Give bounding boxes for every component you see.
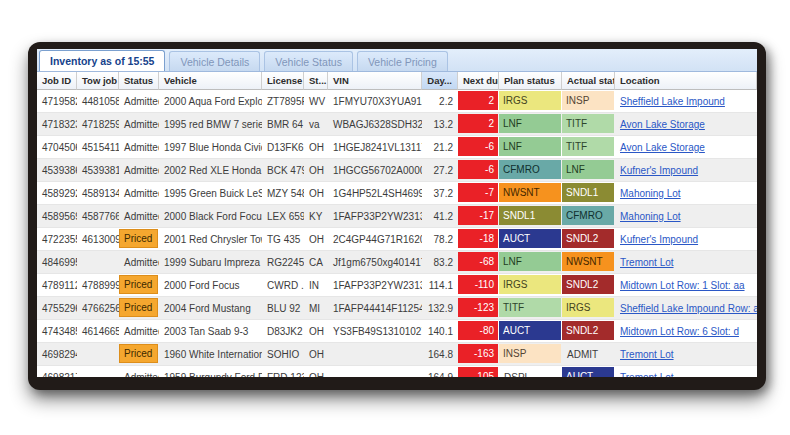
cell-location: Mahoning Lot [615, 182, 757, 204]
location-link[interactable]: Mahoning Lot [620, 188, 681, 199]
cell-plan-status: LNF [499, 136, 562, 158]
cell-tow-job-id: 4613009 [77, 228, 119, 250]
cell-location: Mahoning Lot [615, 205, 757, 227]
tab-vehicle-status[interactable]: Vehicle Status [264, 51, 353, 71]
table-row[interactable]: 4589292 4589134 Admitted 1995 Green Buic… [37, 182, 757, 205]
location-link[interactable]: Avon Lake Storage [620, 142, 705, 153]
table-row[interactable]: 4718323 4718259 Admitted 1995 red BMW 7 … [37, 113, 757, 136]
actual-status-chip: SNDL2 [562, 229, 614, 248]
plan-status-chip: SNDL1 [499, 206, 561, 225]
cell-next-due: -18 [458, 228, 499, 250]
cell-job-id: 4539386 [37, 159, 77, 181]
cell-days: 83.2 [422, 251, 458, 273]
cell-plan-status: IRGS [499, 274, 562, 296]
table-row[interactable]: 4846995 Admitted 1999 Subaru Impreza RG2… [37, 251, 757, 274]
cell-plan-status: INSP [499, 343, 562, 365]
cell-vehicle: 1995 Green Buick LeSabre [159, 182, 262, 204]
next-due-value: -7 [458, 183, 498, 202]
cell-plan-status: CFMRO [499, 159, 562, 181]
cell-next-due: -68 [458, 251, 499, 273]
next-due-value: -110 [458, 275, 498, 294]
tab-vehicle-details[interactable]: Vehicle Details [169, 51, 260, 71]
cell-status: Admitted [119, 136, 159, 158]
location-link[interactable]: Tremont Lot [620, 257, 674, 268]
column-header-location[interactable]: Location [615, 72, 757, 90]
cell-vehicle: 1959 Burgundy Ford F250... [159, 366, 262, 377]
cell-actual-status: SNDL1 [562, 182, 615, 204]
table-row[interactable]: 4589569 4587766 Admitted 2000 Black Ford… [37, 205, 757, 228]
cell-license: BLU 92 [262, 297, 304, 319]
cell-plan-status: LNF [499, 251, 562, 273]
cell-actual-status: SNDL2 [562, 320, 615, 342]
cell-days: 140.1 [422, 320, 458, 342]
column-header-plan-status[interactable]: Plan status [499, 72, 562, 90]
column-header-days[interactable]: Day... [422, 72, 458, 90]
inventory-table: Job ID Tow job ID Status Vehicle License… [37, 72, 757, 377]
table-row[interactable]: 4719582 4481058 Admitted 2000 Aqua Ford … [37, 90, 757, 113]
cell-tow-job-id: 4539381 [77, 159, 119, 181]
location-link[interactable]: Sheffield Lake Impound Row: a Slot: 12 [620, 303, 757, 314]
next-due-value: -105 [458, 367, 498, 377]
column-header-actual-status[interactable]: Actual status [562, 72, 615, 90]
cell-actual-status: SNDL2 [562, 274, 615, 296]
tab-inventory[interactable]: Inventory as of 15:55 [39, 50, 165, 71]
table-row[interactable]: 4704506 4515411 Admitted 1997 Blue Honda… [37, 136, 757, 159]
next-due-value: -80 [458, 321, 498, 340]
cell-state: CA [304, 251, 328, 273]
column-header-license[interactable]: License [262, 72, 304, 90]
cell-job-id: 4718323 [37, 113, 77, 135]
location-link[interactable]: Kufner's Impound [620, 165, 698, 176]
cell-tow-job-id [77, 251, 119, 273]
cell-vin: 1G4HP52L4SH469949 [328, 182, 422, 204]
cell-status: Admitted [119, 182, 159, 204]
location-link[interactable]: Midtown Lot Row: 1 Slot: aa [620, 280, 745, 291]
column-header-vin[interactable]: VIN [328, 72, 422, 90]
plan-status-chip: CFMRO [499, 160, 561, 179]
tab-vehicle-pricing[interactable]: Vehicle Pricing [357, 51, 448, 71]
location-link[interactable]: Midtown Lot Row: 6 Slot: d [620, 326, 739, 337]
cell-actual-status: TITF [562, 113, 615, 135]
table-row[interactable]: 4755296 4766256 Priced 2004 Ford Mustang… [37, 297, 757, 320]
actual-status-chip: SNDL2 [562, 321, 614, 340]
column-header-status[interactable]: Status [119, 72, 159, 90]
location-link[interactable]: Mahoning Lot [620, 211, 681, 222]
location-link[interactable]: Tremont Lot [620, 372, 674, 378]
cell-location: Kufner's Impound [615, 228, 757, 250]
cell-state: OH [304, 343, 328, 365]
cell-job-id: 4789112 [37, 274, 77, 296]
cell-vin: WBAGJ6328SDH32156 [328, 113, 422, 135]
cell-actual-status: SNDL2 [562, 228, 615, 250]
cell-plan-status: SNDL1 [499, 205, 562, 227]
table-row[interactable]: 4743485 4614665 Admitted 2003 Tan Saab 9… [37, 320, 757, 343]
cell-job-id: 4719582 [37, 90, 77, 112]
column-header-state[interactable]: St... [304, 72, 328, 90]
table-row[interactable]: 4789112 4788999 Priced 2000 Ford Focus C… [37, 274, 757, 297]
column-header-tow-job-id[interactable]: Tow job ID [77, 72, 119, 90]
cell-next-due: 2 [458, 90, 499, 112]
column-header-vehicle[interactable]: Vehicle [159, 72, 262, 90]
cell-next-due: -123 [458, 297, 499, 319]
table-row[interactable]: 4722355 4613009 Priced 2001 Red Chrysler… [37, 228, 757, 251]
cell-actual-status: ADMIT [562, 343, 615, 365]
location-link[interactable]: Tremont Lot [620, 349, 674, 360]
plan-status-chip: IRGS [499, 275, 561, 294]
table-row[interactable]: 4698217 Admitted 1959 Burgundy Ford F250… [37, 366, 757, 377]
cell-vin: YS3FB49S131010270 [328, 320, 422, 342]
cell-days: 21.2 [422, 136, 458, 158]
cell-tow-job-id: 4614665 [77, 320, 119, 342]
cell-status: Priced [119, 343, 159, 365]
actual-status-chip: AUCT [562, 367, 614, 377]
column-header-next-due[interactable]: Next due [458, 72, 499, 90]
cell-days: 2.2 [422, 90, 458, 112]
cell-state: IN [304, 274, 328, 296]
cell-license: SOHIO [262, 343, 304, 365]
table-row[interactable]: 4698294 Priced 1960 White International … [37, 343, 757, 366]
app-window: Inventory as of 15:55 Vehicle Details Ve… [28, 42, 766, 390]
column-header-job-id[interactable]: Job ID [37, 72, 77, 90]
table-row[interactable]: 4539386 4539381 Admitted 2002 Red XLE Ho… [37, 159, 757, 182]
cell-vehicle: 2000 Aqua Ford Explorer [159, 90, 262, 112]
location-link[interactable]: Sheffield Lake Impound [620, 96, 725, 107]
cell-days: 164.8 [422, 343, 458, 365]
location-link[interactable]: Kufner's Impound [620, 234, 698, 245]
location-link[interactable]: Avon Lake Storage [620, 119, 705, 130]
